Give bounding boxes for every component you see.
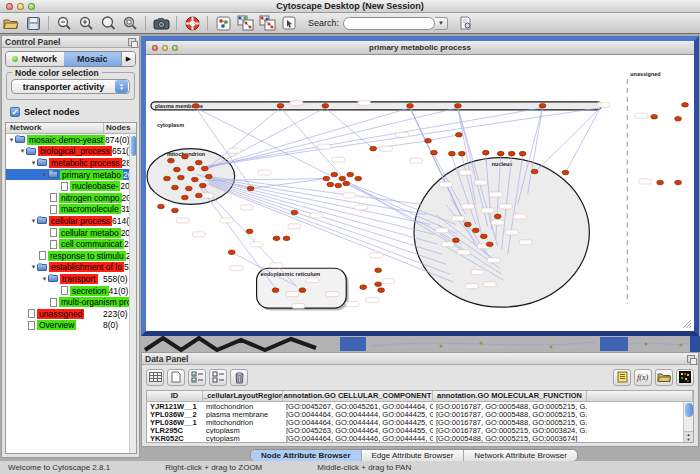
heatmap-icon[interactable]	[676, 369, 694, 386]
tree-item-multi-organism-pro[interactable]: multi-organism pro42(0)	[6, 296, 136, 308]
network-node[interactable]	[247, 186, 254, 191]
function-builder-icon[interactable]: f(x)	[634, 369, 652, 386]
tree-item-unassigned[interactable]: unassigned223(0)	[6, 308, 136, 320]
expand-arrow-icon[interactable]: ▼	[41, 276, 48, 282]
network-node[interactable]	[519, 151, 526, 156]
column-header[interactable]: ID	[147, 391, 203, 401]
network-node[interactable]	[273, 236, 280, 241]
network-node[interactable]	[173, 167, 180, 172]
network-node[interactable]	[185, 186, 192, 191]
table-scrollbar[interactable]: ▲▼	[683, 402, 693, 442]
select-attributes-icon[interactable]	[188, 369, 206, 386]
network-node[interactable]	[539, 104, 546, 109]
zoom-in-icon[interactable]	[75, 14, 97, 32]
tab-network-attribute-browser[interactable]: Network Attribute Browser	[464, 450, 576, 461]
expand-arrow-icon[interactable]: ▼	[30, 264, 37, 270]
vizmapper-icon[interactable]	[212, 14, 234, 32]
open-button[interactable]	[0, 14, 22, 32]
network-canvas[interactable]: plasma membranecytoplasmmitochondrionnuc…	[146, 55, 694, 330]
network-node[interactable]	[283, 236, 290, 241]
select-nodes-checkbox[interactable]: ✓	[10, 107, 20, 117]
network-node[interactable]	[246, 229, 253, 234]
network-node[interactable]	[675, 180, 682, 185]
column-header[interactable]: _cellularLayoutRegion	[203, 391, 283, 401]
network-node[interactable]	[191, 177, 198, 182]
unselect-attributes-icon[interactable]	[209, 369, 227, 386]
import-attributes-icon[interactable]	[655, 369, 673, 386]
delete-attribute-icon[interactable]	[230, 369, 248, 386]
network-node[interactable]	[472, 228, 479, 233]
tree-item-overview[interactable]: Overview8(0)	[6, 320, 136, 332]
tree-item-metabolic-process[interactable]: ▼metabolic process280(0)	[6, 157, 136, 169]
table-row[interactable]: YPL036W__1mitochondrion[GO:0044464, GO:0…	[147, 418, 693, 426]
column-header[interactable]: annotation.GO CELLULAR_COMPONENT	[283, 391, 433, 401]
network-node[interactable]	[497, 151, 504, 156]
network-node[interactable]	[177, 175, 184, 180]
table-row[interactable]: YJR121W__1mitochondrion[GO:0045267, GO:0…	[147, 402, 693, 410]
network-node[interactable]	[172, 208, 179, 213]
annotation-icon[interactable]	[278, 14, 300, 32]
network-node[interactable]	[431, 150, 438, 155]
network-node[interactable]	[205, 174, 212, 179]
tree-item-response-to-stimulu[interactable]: response to stimulu264(0)	[6, 250, 136, 262]
network-node[interactable]	[272, 288, 279, 293]
network-node[interactable]	[195, 160, 202, 165]
network-node[interactable]	[277, 104, 284, 109]
expand-arrow-icon[interactable]: ▼	[41, 172, 48, 178]
network-node[interactable]	[454, 104, 461, 109]
network-node[interactable]	[375, 282, 382, 287]
network-node[interactable]	[327, 182, 334, 187]
tree-item-macromolecule[interactable]: macromolecule311(0)	[6, 204, 136, 216]
save-button[interactable]	[22, 14, 44, 32]
network-overlay-blue-icon[interactable]	[234, 14, 256, 32]
network-node[interactable]	[355, 176, 362, 181]
network-graph[interactable]: plasma membranecytoplasmmitochondrionnuc…	[146, 55, 694, 330]
expand-arrow-icon[interactable]: ▼	[30, 218, 37, 224]
network-node[interactable]	[455, 132, 462, 137]
network-node[interactable]	[331, 172, 338, 177]
zoom-selected-icon[interactable]	[97, 14, 119, 32]
tab-edge-attribute-browser[interactable]: Edge Attribute Browser	[362, 450, 465, 461]
tree-item-cellular-process[interactable]: ▼cellular process614(0)	[6, 215, 136, 227]
tab-mosaic[interactable]: Mosaic	[64, 52, 122, 66]
network-node[interactable]	[201, 166, 208, 171]
expand-arrow-icon[interactable]: ▼	[8, 137, 15, 143]
network-node[interactable]	[657, 180, 664, 185]
network-node[interactable]	[682, 103, 689, 108]
network-node[interactable]	[299, 288, 306, 293]
search-dropdown-button[interactable]: ▼	[435, 17, 448, 30]
float-panel-icon[interactable]	[687, 355, 695, 363]
table-row[interactable]: YKR052Ccytoplasm[GO:0044464, GO:0044446,…	[147, 434, 693, 442]
network-node[interactable]	[407, 104, 414, 109]
network-node[interactable]	[425, 138, 432, 143]
network-node[interactable]	[448, 151, 455, 156]
network-node[interactable]	[494, 214, 501, 219]
new-attribute-icon[interactable]	[167, 369, 185, 386]
tree-item-mosaic-demo-yeast[interactable]: ▼mosaic-demo-yeast874(0)	[6, 134, 136, 146]
network-node[interactable]	[464, 222, 471, 227]
network-node[interactable]	[168, 158, 175, 163]
network-node[interactable]	[675, 116, 682, 121]
network-node[interactable]	[482, 150, 489, 155]
float-panel-icon[interactable]	[128, 38, 136, 46]
zoom-fit-icon[interactable]	[119, 14, 141, 32]
tree-item-biological-process[interactable]: ▼biological_process651(0)	[6, 146, 136, 158]
network-node[interactable]	[181, 154, 188, 159]
network-node[interactable]	[486, 242, 493, 247]
tree-item-nucleobase-[interactable]: nucleobase-209(0)	[6, 180, 136, 192]
network-node[interactable]	[375, 268, 382, 273]
expand-arrow-icon[interactable]: ▼	[19, 148, 26, 154]
network-node[interactable]	[228, 250, 235, 255]
help-icon[interactable]	[181, 14, 203, 32]
network-node[interactable]	[562, 170, 569, 175]
network-node[interactable]	[181, 195, 188, 200]
network-node[interactable]	[192, 104, 199, 109]
network-node[interactable]	[195, 193, 202, 198]
search-options-icon[interactable]	[454, 14, 476, 32]
network-node[interactable]	[164, 176, 171, 181]
expand-arrow-icon[interactable]: ▼	[30, 160, 37, 166]
tree-item-secretion[interactable]: secretion41(0)	[6, 285, 136, 297]
snapshot-icon[interactable]	[150, 14, 172, 32]
tabs-overflow-button[interactable]: ▶	[121, 52, 135, 66]
network-node[interactable]	[651, 114, 658, 119]
